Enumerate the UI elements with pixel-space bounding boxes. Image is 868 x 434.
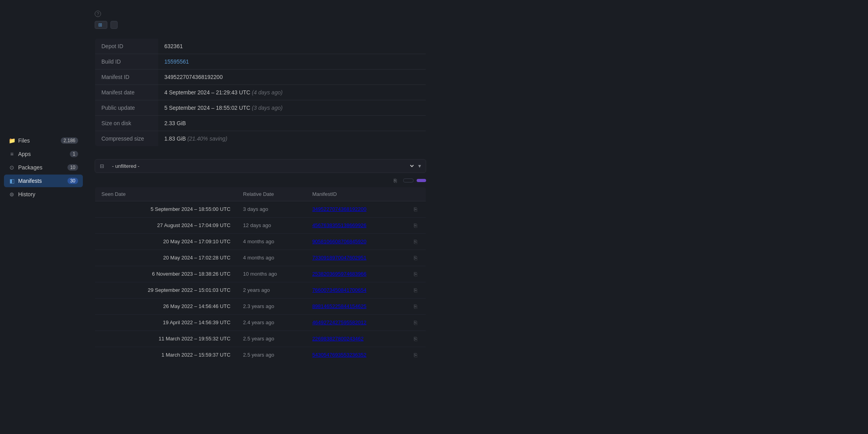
info-cell: 1.83 GiB (21.40% saving) bbox=[158, 131, 426, 146]
manifests-col-header-3 bbox=[405, 187, 426, 201]
relative-date-cell: 3 days ago bbox=[237, 201, 306, 217]
manifest-id-cell: 7660073450841700654 bbox=[306, 282, 405, 298]
table-row: 11 March 2022 – 19:55:32 UTC 2.5 years a… bbox=[95, 331, 426, 347]
sidebar-item-left-manifests: ◧ Manifests bbox=[9, 178, 42, 184]
info-dim: (21.40% saving) bbox=[187, 135, 227, 142]
copy-manifest-button[interactable]: ⎘ bbox=[412, 254, 419, 262]
sidebar-item-packages[interactable]: ⊙ Packages 10 bbox=[4, 161, 83, 174]
sidebar-item-left-packages: ⊙ Packages bbox=[9, 164, 42, 171]
packages-icon: ⊙ bbox=[9, 164, 15, 171]
copy-action-cell: ⎘ bbox=[405, 347, 426, 363]
info-value: 632361 bbox=[165, 43, 183, 49]
tag-64bit bbox=[110, 21, 118, 29]
depot-header: ? ⊞ bbox=[95, 10, 426, 29]
copy-action-cell: ⎘ bbox=[405, 250, 426, 266]
info-table-row: Size on disk 2.33 GiB bbox=[95, 115, 426, 131]
table-row: 29 September 2022 – 15:01:03 UTC 2 years… bbox=[95, 282, 426, 298]
manifest-id-link[interactable]: 3495227074368192200 bbox=[312, 206, 366, 212]
manifest-id-link[interactable]: 7660073450841700654 bbox=[312, 287, 366, 293]
sidebar-item-label-apps: Apps bbox=[18, 151, 31, 157]
manifest-id-cell: 4567638355138669926 bbox=[306, 217, 405, 233]
manifest-id-cell: 226983827800243462 bbox=[306, 331, 405, 347]
sidebar-item-files[interactable]: 📁 Files 2,186 bbox=[4, 134, 83, 147]
manifest-id-cell: 3495227074368192200 bbox=[306, 201, 405, 217]
filter-arrow-icon: ▾ bbox=[418, 163, 421, 169]
copy-action-cell: ⎘ bbox=[405, 314, 426, 331]
copy-manifest-button[interactable]: ⎘ bbox=[412, 351, 419, 359]
info-table-row: Manifest date 4 September 2024 – 21:29:4… bbox=[95, 85, 426, 100]
manifest-id-link[interactable]: 9058106608706845920 bbox=[312, 239, 366, 244]
manifest-id-cell: 8981465225844154625 bbox=[306, 298, 405, 314]
sidebar-item-history[interactable]: ⊚ History bbox=[4, 188, 83, 201]
depot-tags: ⊞ bbox=[95, 21, 426, 29]
apps-icon: ≡ bbox=[9, 151, 15, 157]
manifest-id-link[interactable]: 8981465225844154625 bbox=[312, 303, 366, 309]
manifest-id-link[interactable]: 5430547693553236352 bbox=[312, 352, 366, 358]
manifest-id-cell: 5430547693553236352 bbox=[306, 347, 405, 363]
manifest-id-cell: 4649272427595582012 bbox=[306, 314, 405, 331]
manifests-col-header-2: ManifestID bbox=[306, 187, 405, 201]
info-label: Manifest date bbox=[95, 85, 158, 100]
copy-action-cell: ⎘ bbox=[405, 331, 426, 347]
steam-console-button[interactable] bbox=[403, 178, 413, 182]
sidebar-item-manifests[interactable]: ◧ Manifests 30 bbox=[4, 175, 83, 187]
table-row: 6 November 2023 – 18:38:26 UTC 10 months… bbox=[95, 266, 426, 282]
sidebar-item-left-history: ⊚ History bbox=[9, 191, 36, 197]
help-icon[interactable]: ? bbox=[95, 11, 101, 17]
branch-filter-select[interactable]: - unfiltered - bbox=[110, 163, 415, 169]
history-icon: ⊚ bbox=[9, 191, 15, 197]
manifest-id-cell: 2538203695974683966 bbox=[306, 266, 405, 282]
relative-date-cell: 4 months ago bbox=[237, 250, 306, 266]
copy-manifest-button[interactable]: ⎘ bbox=[412, 286, 419, 294]
filter-bar: ⊟ - unfiltered - ▾ bbox=[95, 159, 426, 173]
copy-manifest-button[interactable]: ⎘ bbox=[412, 270, 419, 278]
copy-manifest-button[interactable]: ⎘ bbox=[412, 302, 419, 310]
copy-action-cell: ⎘ bbox=[405, 201, 426, 217]
seen-date-cell: 27 August 2024 – 17:04:09 UTC bbox=[95, 217, 237, 233]
info-cell: 15595561 bbox=[158, 54, 426, 69]
info-label: Manifest ID bbox=[95, 69, 158, 85]
seen-date-cell: 26 May 2022 – 14:56:46 UTC bbox=[95, 298, 237, 314]
table-row: 5 September 2024 – 18:55:00 UTC 3 days a… bbox=[95, 201, 426, 217]
relative-date-cell: 2 years ago bbox=[237, 282, 306, 298]
copy-manifest-button[interactable]: ⎘ bbox=[412, 205, 419, 213]
relative-date-cell: 12 days ago bbox=[237, 217, 306, 233]
info-cell: 5 September 2024 – 18:55:02 UTC (3 days … bbox=[158, 100, 426, 115]
manifests-table: Seen DateRelative DateManifestID 5 Septe… bbox=[95, 187, 426, 363]
manifest-id-link[interactable]: 7330918970047602951 bbox=[312, 255, 366, 261]
copy-manifest-button[interactable]: ⎘ bbox=[412, 319, 419, 327]
sidebar-item-apps[interactable]: ≡ Apps 1 bbox=[4, 148, 83, 160]
info-table-row: Public update 5 September 2024 – 18:55:0… bbox=[95, 100, 426, 115]
relative-date-cell: 10 months ago bbox=[237, 266, 306, 282]
build-id-link[interactable]: 15595561 bbox=[165, 58, 189, 65]
info-cell: 3495227074368192200 bbox=[158, 69, 426, 85]
manifest-id-link[interactable]: 4567638355138669926 bbox=[312, 222, 366, 228]
relative-date-cell: 2.4 years ago bbox=[237, 314, 306, 331]
seen-date-cell: 1 March 2022 – 15:59:37 UTC bbox=[95, 347, 237, 363]
sidebar-badge-packages: 10 bbox=[67, 164, 78, 171]
info-dim: (4 days ago) bbox=[252, 89, 282, 96]
depot-downloader-button[interactable] bbox=[417, 179, 426, 182]
relative-date-cell: 4 months ago bbox=[237, 233, 306, 250]
files-icon: 📁 bbox=[9, 137, 15, 144]
manifests-col-header-1: Relative Date bbox=[237, 187, 306, 201]
copy-manifest-button[interactable]: ⎘ bbox=[412, 238, 419, 246]
filter-icon: ⊟ bbox=[100, 163, 104, 169]
copy-manifest-button[interactable]: ⎘ bbox=[412, 222, 419, 229]
sidebar-badge-manifests: 30 bbox=[67, 178, 78, 184]
manifest-id-link[interactable]: 226983827800243462 bbox=[312, 336, 363, 342]
relative-date-cell: 2.3 years ago bbox=[237, 298, 306, 314]
windows-icon: ⊞ bbox=[98, 22, 102, 28]
sidebar-item-label-manifests: Manifests bbox=[18, 178, 42, 184]
sidebar-badge-files: 2,186 bbox=[61, 137, 78, 144]
tag-windows: ⊞ bbox=[95, 21, 107, 29]
copy-manifest-button[interactable]: ⎘ bbox=[412, 335, 419, 343]
seen-date-cell: 5 September 2024 – 18:55:00 UTC bbox=[95, 201, 237, 217]
depot-subtitle: ? bbox=[95, 10, 426, 17]
manifest-id-link[interactable]: 4649272427595582012 bbox=[312, 319, 366, 325]
info-cell: 2.33 GiB bbox=[158, 115, 426, 131]
manifest-id-link[interactable]: 2538203695974683966 bbox=[312, 271, 366, 277]
info-label: Public update bbox=[95, 100, 158, 115]
seen-date-cell: 20 May 2024 – 17:02:28 UTC bbox=[95, 250, 237, 266]
copy-format-icon: ⎘ bbox=[394, 178, 397, 184]
